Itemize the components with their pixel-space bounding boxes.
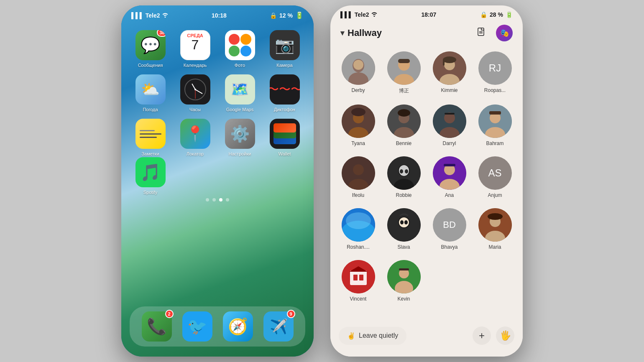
svg-point-52 xyxy=(400,220,404,224)
app-notes[interactable]: Заметки xyxy=(131,119,169,156)
svg-rect-27 xyxy=(445,113,455,115)
contact-anjum-name: Anjum xyxy=(488,192,502,198)
contact-ana-name: Ana xyxy=(445,192,454,198)
document-icon-btn[interactable] xyxy=(474,25,489,41)
svg-point-33 xyxy=(353,164,364,175)
contact-maria-avatar xyxy=(478,208,512,242)
contact-darryl[interactable]: Darryl xyxy=(428,101,470,150)
dock-phone[interactable]: 📞 2 xyxy=(142,311,172,342)
lock-right-icon: 🔒 xyxy=(480,11,487,18)
app-settings[interactable]: ⚙️ Настройки xyxy=(221,119,259,156)
app-photos[interactable]: Фото xyxy=(221,30,259,68)
bahram-portrait xyxy=(478,105,512,138)
app-dock: 📞 2 🐦 🧭 ✈️ 9 xyxy=(130,306,305,347)
maria-portrait xyxy=(478,208,512,242)
contact-vincent-name: Vincent xyxy=(350,296,367,302)
app-calendar-label: Календарь xyxy=(184,63,207,68)
contact-bahram-name: Bahram xyxy=(486,140,503,146)
page-dot-4 xyxy=(226,198,229,201)
contact-slava[interactable]: Slava xyxy=(383,205,425,253)
app-spotify-label: Spotify xyxy=(143,190,158,195)
contact-bhavya[interactable]: BD Bhavya xyxy=(428,205,470,253)
app-calendar[interactable]: Среда 7 Календарь xyxy=(176,30,214,68)
chat-header: ▾ Hallway 🎭 xyxy=(330,20,523,48)
add-button[interactable]: + xyxy=(473,326,491,345)
app-photos-label: Фото xyxy=(235,63,245,68)
app-wallet[interactable]: Wallet xyxy=(266,119,304,156)
clock-face xyxy=(184,79,206,100)
contact-bennie-avatar xyxy=(387,105,421,138)
svg-point-53 xyxy=(404,220,408,224)
contact-derby[interactable]: Derby xyxy=(337,48,379,98)
contact-roshan[interactable]: Roshan.... xyxy=(337,205,379,253)
contact-ana[interactable]: Ana xyxy=(428,153,470,201)
contact-bennie[interactable]: Bennie xyxy=(383,101,425,150)
contact-kimmie-avatar xyxy=(433,51,466,85)
contact-roopass-initials: RJ xyxy=(489,62,501,74)
app-spotify[interactable]: 🎵 Spotify xyxy=(131,157,169,195)
wifi-right-icon xyxy=(371,11,378,18)
contact-kimmie[interactable]: Kimmie xyxy=(428,48,470,98)
contact-kevin[interactable]: Kevin xyxy=(383,257,425,305)
contact-hiroshi-name: 博正 xyxy=(399,87,409,94)
right-carrier-name: Tele2 xyxy=(355,11,369,18)
battery-info: 🔒 12 % 🔋 xyxy=(270,11,304,19)
contacts-grid: Derby 博正 xyxy=(330,48,523,305)
app-camera[interactable]: 📷 Камера xyxy=(266,30,304,68)
chevron-down-icon[interactable]: ▾ xyxy=(340,28,344,38)
app-weather[interactable]: ⛅ Погода xyxy=(131,74,169,112)
time-left: 10:18 xyxy=(212,12,227,19)
calendar-date: 7 xyxy=(192,38,199,51)
svg-point-14 xyxy=(443,56,456,63)
app-clock-label: Часы xyxy=(189,107,201,112)
app-findmy[interactable]: 📍 Локатор xyxy=(176,119,214,156)
contact-robbie-avatar xyxy=(387,156,421,190)
contact-robbie[interactable]: Robbie xyxy=(383,153,425,201)
clock-second-hand xyxy=(195,89,195,99)
user-avatar-header[interactable]: 🎭 xyxy=(496,25,513,41)
contact-derby-avatar xyxy=(342,51,375,85)
svg-rect-15 xyxy=(443,60,445,66)
dock-twitter[interactable]: 🐦 xyxy=(182,311,212,342)
dock-telegram[interactable]: ✈️ 9 xyxy=(263,311,294,342)
ifeolu-portrait xyxy=(342,156,375,190)
right-carrier: ▌▌▌ Tele2 xyxy=(340,11,378,18)
battery-right-icon: 🔋 xyxy=(506,11,513,18)
hand-icon: 🖐 xyxy=(500,330,511,341)
leave-quietly-button[interactable]: ✌️ Leave quietly xyxy=(339,327,406,345)
app-clock[interactable]: Часы xyxy=(176,74,214,112)
app-notes-label: Заметки xyxy=(141,151,159,156)
contact-maria[interactable]: Maria xyxy=(474,205,516,253)
raise-hand-button[interactable]: 🖐 xyxy=(496,326,514,345)
svg-rect-10 xyxy=(398,59,410,63)
contact-hiroshi[interactable]: 博正 xyxy=(383,48,425,98)
contact-kimmie-name: Kimmie xyxy=(441,87,457,93)
battery-percent: 12 % xyxy=(279,12,293,19)
contact-bhavya-avatar: BD xyxy=(433,208,466,242)
svg-point-39 xyxy=(400,169,403,173)
contact-vincent[interactable]: Vincent xyxy=(337,257,379,305)
dock-safari[interactable]: 🧭 xyxy=(223,311,253,342)
derby-portrait xyxy=(342,51,375,85)
app-maps[interactable]: 🗺️ Google Maps xyxy=(221,74,259,112)
phone-badge: 2 xyxy=(165,310,174,318)
signal-bars-icon: ▌▌▌ xyxy=(131,12,144,19)
lock-icon: 🔒 xyxy=(270,12,277,19)
user-avatar-emoji: 🎭 xyxy=(500,28,509,38)
app-messages[interactable]: 💬 38 Сообщения xyxy=(131,30,169,68)
svg-rect-66 xyxy=(399,268,409,270)
app-voice[interactable]: 〜〜〜 Диктофон xyxy=(266,74,304,112)
app-weather-icon: ⛅ xyxy=(135,74,166,105)
contact-bahram[interactable]: Bahram xyxy=(474,101,516,150)
contact-slava-name: Slava xyxy=(397,244,410,250)
contact-darryl-name: Darryl xyxy=(443,140,456,146)
contact-roopass[interactable]: RJ Roopas... xyxy=(474,48,516,98)
contact-anjum[interactable]: AS Anjum xyxy=(474,153,516,201)
app-calendar-icon: Среда 7 xyxy=(180,30,210,60)
contact-ifeolu[interactable]: Ifeolu xyxy=(337,153,379,201)
page-dot-2 xyxy=(212,198,216,201)
contact-kevin-avatar xyxy=(387,260,421,293)
hallway-title: Hallway xyxy=(348,28,382,38)
contact-tyana[interactable]: Tyana xyxy=(337,101,379,150)
plus-icon: + xyxy=(479,330,485,342)
